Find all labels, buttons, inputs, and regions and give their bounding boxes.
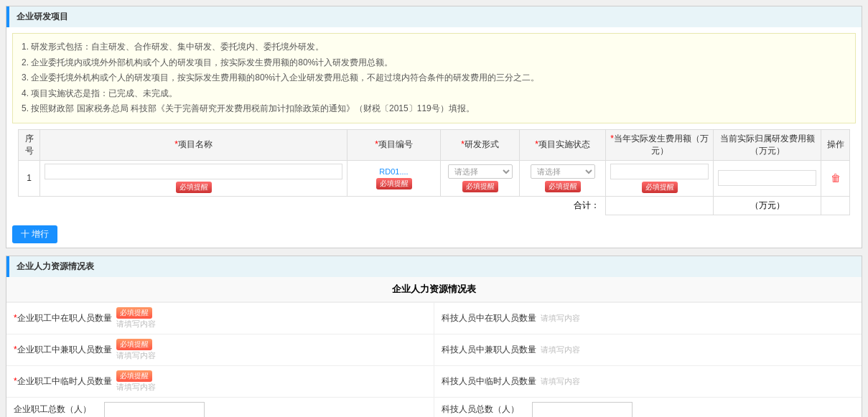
- hr-row-3-left: *企业职工中临时人员数量 必填提醒 请填写内容: [6, 366, 434, 398]
- hr-label-fulltime-employee: *企业职工中在职人员数量: [14, 312, 112, 324]
- total-label: 合计：: [574, 200, 599, 210]
- op-cell: 🗑: [821, 160, 850, 196]
- total-row: 合计： （万元）: [19, 196, 850, 215]
- hr-label-tech-temp: 科技人员中临时人员数量: [442, 375, 536, 388]
- hr-row-4-right: 科技人员总数（人）: [434, 398, 862, 417]
- rd-table-wrap: 序号 *项目名称 *项目编号 *研发形式 *项目实施状态 *当年实际发生费用额（…: [6, 129, 862, 221]
- hr-row-2-right: 科技人员中兼职人员数量 请填写内容: [434, 334, 862, 366]
- hr-section-header: 企业人力资源情况表: [6, 256, 862, 277]
- hr-input-box-6: 请填写内容: [541, 376, 855, 387]
- status-select[interactable]: 请选择 已完成 未完成: [531, 164, 595, 179]
- total-unit: （万元）: [750, 200, 785, 210]
- project-name-input[interactable]: [45, 164, 342, 179]
- hr-label-tech-fulltime: 科技人员中在职人员数量: [442, 312, 536, 324]
- hr-label-total-tech: 科技人员总数（人）: [442, 403, 528, 416]
- status-info-tag[interactable]: 必填提醒: [545, 181, 581, 192]
- hr-row-3-right: 科技人员中临时人员数量 请填写内容: [434, 366, 862, 398]
- hr-placeholder-3: 请填写内容: [116, 350, 156, 361]
- hr-placeholder-4: 请填写内容: [541, 345, 580, 355]
- hr-label-temp-employee: *企业职工中临时人员数量: [14, 375, 112, 388]
- notice-line-4: 4. 项目实施状态是指：已完成、未完成。: [22, 86, 846, 102]
- hr-placeholder-2: 请填写内容: [541, 313, 580, 324]
- hr-input-box-7: [104, 402, 426, 417]
- col-form: *研发形式: [441, 129, 520, 160]
- notice-box: 1. 研发形式包括：自主研发、合作研发、集中研发、委托境内、委托境外研发。 2.…: [12, 33, 856, 123]
- hr-grid: *企业职工中在职人员数量 必填提醒 请填写内容 科技人员中在职人员数量 请填写内…: [6, 302, 862, 417]
- form-info-tag[interactable]: 必填提醒: [462, 181, 498, 192]
- hr-tag-3[interactable]: 必填提醒: [116, 339, 152, 350]
- actual-cost-cell: 必填提醒: [606, 160, 714, 196]
- add-row-button[interactable]: 十 增行: [12, 225, 57, 243]
- delete-btn[interactable]: 🗑: [831, 172, 841, 184]
- col-num: 序号: [19, 129, 40, 160]
- hr-inner-title: 企业人力资源情况表: [6, 277, 862, 302]
- hr-placeholder-5: 请填写内容: [116, 382, 156, 393]
- hr-section-title: 企业人力资源情况表: [17, 261, 94, 271]
- project-name-cell: 必填提醒: [40, 160, 347, 196]
- project-number-cell: RD01.... 必填提醒: [347, 160, 441, 196]
- rd-table: 序号 *项目名称 *项目编号 *研发形式 *项目实施状态 *当年实际发生费用额（…: [18, 129, 850, 215]
- hr-input-box-1: 必填提醒 请填写内容: [116, 307, 426, 329]
- hr-tag-1[interactable]: 必填提醒: [116, 307, 152, 319]
- total-unit-cell: （万元）: [714, 196, 821, 215]
- rd-project-section: 企业研发项目 1. 研发形式包括：自主研发、合作研发、集中研发、委托境内、委托境…: [6, 6, 862, 248]
- notice-line-2: 2. 企业委托境内或境外外部机构或个人的研发项目，按实际发生费用额的80%计入研…: [22, 55, 846, 71]
- hr-placeholder-1: 请填写内容: [116, 319, 156, 329]
- hr-input-box-5: 必填提醒 请填写内容: [116, 370, 426, 393]
- hr-input-box-4: 请填写内容: [541, 345, 855, 355]
- col-actual: *当年实际发生费用额（万元）: [606, 129, 714, 160]
- hr-label-tech-parttime: 科技人员中兼职人员数量: [442, 344, 536, 356]
- attributed-cost-input[interactable]: [718, 170, 816, 186]
- attributed-cost-cell: [714, 160, 821, 196]
- col-status: *项目实施状态: [520, 129, 606, 160]
- col-attributed: 当前实际归属研发费用额（万元）: [714, 129, 821, 160]
- hr-row-4-left: 企业职工总数（人）: [6, 398, 434, 417]
- hr-input-box-3: 必填提醒 请填写内容: [116, 339, 426, 361]
- project-status-cell: 请选择 已完成 未完成 必填提醒: [520, 160, 606, 196]
- total-op: [821, 196, 850, 215]
- hr-row-1-right: 科技人员中在职人员数量 请填写内容: [434, 303, 862, 334]
- col-op: 操作: [821, 129, 850, 160]
- notice-line-3: 3. 企业委托境外机构或个人的研发项目，按实际发生费用额的80%计入企业研发费用…: [22, 70, 846, 86]
- hr-placeholder-6: 请填写内容: [541, 376, 580, 387]
- col-number: *项目编号: [347, 129, 441, 160]
- notice-line-5: 5. 按照财政部 国家税务总局 科技部《关于完善研究开发费用税前加计扣除政策的通…: [22, 101, 846, 117]
- hr-row-2-left: *企业职工中兼职人员数量 必填提醒 请填写内容: [6, 334, 434, 366]
- hr-input-box-8: [532, 402, 855, 417]
- name-info-tag[interactable]: 必填提醒: [176, 182, 212, 193]
- total-employee-input[interactable]: [104, 402, 205, 417]
- project-number-value: RD01....: [379, 167, 408, 176]
- col-name: *项目名称: [40, 129, 347, 160]
- project-form-cell: 请选择 自主研发 合作研发 集中研发 委托境内 委托境外研发 必填提醒: [441, 160, 520, 196]
- notice-line-1: 1. 研发形式包括：自主研发、合作研发、集中研发、委托境内、委托境外研发。: [22, 39, 846, 55]
- hr-label-parttime-employee: *企业职工中兼职人员数量: [14, 344, 112, 356]
- total-actual: [606, 196, 714, 215]
- total-label-cell: 合计：: [19, 196, 606, 215]
- hr-input-box-2: 请填写内容: [541, 313, 855, 324]
- hr-row-1-left: *企业职工中在职人员数量 必填提醒 请填写内容: [6, 303, 434, 334]
- add-row-label: 十 增行: [21, 229, 49, 239]
- total-tech-input[interactable]: [532, 402, 633, 417]
- actual-info-tag[interactable]: 必填提醒: [642, 182, 678, 193]
- hr-tag-5[interactable]: 必填提醒: [116, 370, 152, 382]
- form-select[interactable]: 请选择 自主研发 合作研发 集中研发 委托境内 委托境外研发: [448, 164, 513, 179]
- hr-label-total-employee: 企业职工总数（人）: [14, 403, 100, 416]
- actual-cost-input[interactable]: [610, 164, 709, 179]
- rd-section-title: 企业研发项目: [17, 11, 68, 22]
- number-info-tag[interactable]: 必填提醒: [376, 178, 412, 189]
- row-num: 1: [19, 160, 40, 196]
- rd-section-header: 企业研发项目: [6, 6, 862, 27]
- table-row: 1 必填提醒 RD01.... 必填提醒: [19, 160, 850, 196]
- hr-section: 企业人力资源情况表 企业人力资源情况表 *企业职工中在职人员数量 必填提醒 请填…: [6, 256, 862, 417]
